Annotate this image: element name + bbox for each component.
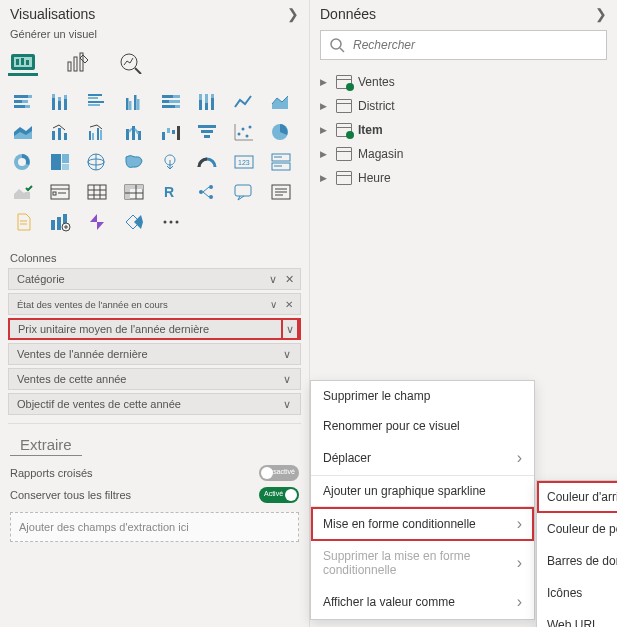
menu-item-0[interactable]: Supprimer le champ [311, 381, 534, 411]
expand-icon[interactable]: ▶ [320, 101, 330, 111]
viz-paginated[interactable] [8, 208, 38, 236]
svg-line-118 [340, 48, 344, 52]
cross-report-toggle[interactable]: Désactivé [259, 465, 299, 481]
submenu-item-4[interactable]: Web URL [537, 609, 617, 627]
table-icon [336, 147, 352, 161]
field-dropdown-icon[interactable]: ∨ [278, 398, 296, 411]
svg-point-62 [242, 128, 245, 131]
submenu-item-2[interactable]: Barres de données [537, 545, 617, 577]
viz-clustered-bar[interactable] [82, 88, 112, 116]
search-input[interactable] [345, 38, 598, 52]
menu-item-1[interactable]: Renommer pour ce visuel [311, 411, 534, 441]
expand-icon[interactable]: ▶ [320, 149, 330, 159]
collapse-viz-pane[interactable]: ❯ [287, 6, 299, 22]
viz-stacked-bar[interactable] [8, 88, 38, 116]
search-icon [329, 37, 345, 53]
expand-icon[interactable]: ▶ [320, 125, 330, 135]
field-row-1[interactable]: État des ventes de l'année en cours∨✕ [8, 293, 301, 315]
field-remove-icon[interactable]: ✕ [282, 299, 296, 310]
viz-power-automate[interactable] [82, 208, 112, 236]
table-item[interactable]: ▶Item [320, 118, 607, 142]
field-row-5[interactable]: Objectif de ventes de cette année∨ [8, 393, 301, 415]
viz-multi-row-card[interactable] [266, 148, 296, 176]
viz-clustered-column[interactable] [119, 88, 149, 116]
viz-decomposition-tree[interactable] [192, 178, 222, 206]
table-magasin[interactable]: ▶Magasin [320, 142, 607, 166]
submenu-item-label: Icônes [547, 586, 582, 600]
viz-gauge[interactable] [192, 148, 222, 176]
viz-filled-map[interactable] [119, 148, 149, 176]
viz-matrix[interactable] [119, 178, 149, 206]
viz-area[interactable] [266, 88, 296, 116]
menu-item-label: Déplacer [323, 451, 371, 465]
viz-100-stacked-column[interactable] [192, 88, 222, 116]
viz-qa[interactable] [229, 178, 259, 206]
svg-rect-22 [88, 94, 102, 96]
field-row-2[interactable]: Prix unitaire moyen de l'année dernière∨ [8, 318, 301, 340]
viz-key-influencers[interactable] [119, 208, 149, 236]
field-dropdown-icon[interactable]: ∨ [264, 299, 282, 310]
viz-map[interactable] [82, 148, 112, 176]
viz-donut[interactable] [8, 148, 38, 176]
field-dropdown-icon[interactable]: ∨ [278, 348, 296, 361]
collapse-data-pane[interactable]: ❯ [595, 6, 607, 22]
field-remove-icon[interactable]: ✕ [282, 273, 296, 286]
field-row-3[interactable]: Ventes de l'année dernière∨ [8, 343, 301, 365]
conditional-formatting-submenu: Couleur d'arrière-planCouleur de policeB… [536, 480, 617, 627]
field-row-4[interactable]: Ventes de cette année∨ [8, 368, 301, 390]
svg-rect-15 [25, 105, 30, 108]
menu-item-label: Renommer pour ce visuel [323, 419, 460, 433]
table-ventes[interactable]: ▶Ventes [320, 70, 607, 94]
build-tab-analytics[interactable] [116, 50, 146, 76]
viz-smart-narrative[interactable] [266, 178, 296, 206]
field-dropdown-icon[interactable]: ∨ [278, 373, 296, 386]
menu-item-3[interactable]: Ajouter un graphique sparkline [311, 476, 534, 506]
viz-funnel[interactable] [192, 118, 222, 146]
field-dropdown-icon[interactable]: ∨ [264, 273, 282, 286]
viz-line[interactable] [229, 88, 259, 116]
svg-rect-11 [28, 95, 32, 98]
menu-item-4[interactable]: Mise en forme conditionnelle› [311, 507, 534, 541]
submenu-item-3[interactable]: Icônes [537, 577, 617, 609]
expand-icon[interactable]: ▶ [320, 77, 330, 87]
keep-filters-toggle[interactable]: Activé [259, 487, 299, 503]
viz-r-visual[interactable]: R [156, 178, 186, 206]
table-heure[interactable]: ▶Heure [320, 166, 607, 190]
viz-table[interactable] [82, 178, 112, 206]
viz-treemap[interactable] [45, 148, 75, 176]
viz-slicer[interactable] [45, 178, 75, 206]
table-district[interactable]: ▶District [320, 94, 607, 118]
svg-rect-47 [97, 128, 99, 140]
svg-rect-52 [162, 132, 165, 140]
submenu-item-1[interactable]: Couleur de police [537, 513, 617, 545]
build-tab-fields[interactable] [8, 50, 38, 76]
viz-pie[interactable] [266, 118, 296, 146]
viz-line-clustered-column[interactable] [82, 118, 112, 146]
build-tab-format[interactable] [62, 50, 92, 76]
cross-report-label: Rapports croisés [10, 467, 93, 479]
viz-get-more[interactable] [156, 208, 186, 236]
submenu-item-0[interactable]: Couleur d'arrière-plan [537, 481, 617, 513]
expand-icon[interactable]: ▶ [320, 173, 330, 183]
svg-rect-27 [129, 101, 132, 110]
viz-shape-map[interactable] [156, 148, 186, 176]
viz-kpi[interactable] [8, 178, 38, 206]
viz-power-apps[interactable] [45, 208, 75, 236]
drillthrough-drop-area[interactable]: Ajouter des champs d'extraction ici [10, 512, 299, 542]
viz-stacked-column[interactable] [45, 88, 75, 116]
svg-rect-19 [58, 97, 61, 101]
field-dropdown-icon[interactable]: ∨ [281, 318, 299, 340]
viz-card[interactable]: 123 [229, 148, 259, 176]
viz-line-stacked-column[interactable] [45, 118, 75, 146]
viz-100-stacked-bar[interactable] [156, 88, 186, 116]
menu-item-2[interactable]: Déplacer› [311, 441, 534, 475]
viz-ribbon[interactable] [119, 118, 149, 146]
menu-item-label: Mise en forme conditionnelle [323, 517, 476, 531]
viz-waterfall[interactable] [156, 118, 186, 146]
viz-stacked-area[interactable] [8, 118, 38, 146]
build-tabs [0, 46, 309, 84]
field-row-0[interactable]: Catégorie∨✕ [8, 268, 301, 290]
menu-item-6[interactable]: Afficher la valeur comme› [311, 585, 534, 619]
viz-scatter[interactable] [229, 118, 259, 146]
search-box[interactable] [320, 30, 607, 60]
